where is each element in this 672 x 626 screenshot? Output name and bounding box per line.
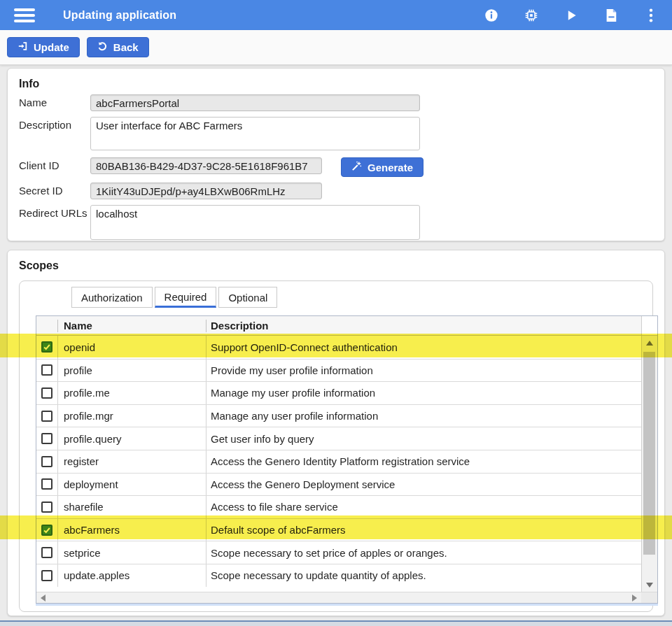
scope-row[interactable]: sharefile Access to file share service <box>36 495 641 518</box>
scope-name-cell: deployment <box>64 478 118 490</box>
scope-checkbox[interactable] <box>41 478 52 490</box>
table-header: Name Description <box>36 316 657 336</box>
scope-row[interactable]: update.apples Scope necessary to update … <box>36 564 641 587</box>
scope-row[interactable]: setprice Scope necessary to set price of… <box>36 541 641 564</box>
scope-row[interactable]: register Access the Genero Identity Plat… <box>36 450 641 473</box>
generate-button[interactable]: Generate <box>341 157 424 177</box>
scope-row[interactable]: openid Support OpenID-Connect authentica… <box>36 336 641 359</box>
horizontal-scrollbar[interactable] <box>36 592 641 603</box>
scroll-right-button[interactable] <box>632 595 637 602</box>
scope-name-cell: profile.me <box>64 387 110 399</box>
redirect-urls-label: Redirect URLs <box>19 205 90 219</box>
column-header-name: Name <box>57 320 206 332</box>
scope-name-cell: update.apples <box>64 569 130 581</box>
scope-name-cell: setprice <box>64 547 101 559</box>
secret-id-field <box>90 183 322 199</box>
scope-name-cell: sharefile <box>64 501 104 513</box>
scope-desc-cell: Manage my user profile information <box>211 387 375 399</box>
scroll-left-button[interactable] <box>41 595 46 602</box>
info-icon[interactable] <box>483 7 500 24</box>
scope-name-cell: abcFarmers <box>64 524 120 536</box>
scroll-down-button[interactable] <box>642 578 657 592</box>
scope-desc-cell: Default scope of abcFarmers <box>211 524 346 536</box>
action-toolbar: Update Back <box>0 30 672 65</box>
scope-desc-cell: Scope necessary to set price of apples o… <box>211 547 447 559</box>
scope-desc-cell: Access the Genero Identity Platform regi… <box>211 455 470 467</box>
scopes-panel: Scopes Authorization Required Optional N… <box>7 250 665 616</box>
info-panel: Info Name Description User interface for… <box>7 68 665 241</box>
name-field <box>90 94 420 111</box>
scroll-up-button[interactable] <box>642 336 657 350</box>
back-button-label: Back <box>113 41 139 53</box>
name-label: Name <box>19 94 90 108</box>
scope-desc-cell: Support OpenID-Connect authentication <box>211 341 398 353</box>
scope-row[interactable]: abcFarmers Default scope of abcFarmers <box>36 518 641 541</box>
scope-name-cell: profile <box>64 364 92 376</box>
appbar-actions <box>483 7 659 24</box>
scope-checkbox[interactable] <box>41 364 52 376</box>
scope-name-cell: openid <box>64 341 95 353</box>
scope-name-cell: profile.mgr <box>64 410 113 422</box>
tab-required[interactable]: Required <box>155 287 217 308</box>
scope-desc-cell: Manage any user profile information <box>211 410 378 422</box>
sign-in-icon <box>18 41 28 53</box>
scope-desc-cell: Access to file share service <box>211 501 338 513</box>
scrollbar-corner <box>641 592 657 603</box>
redirect-urls-field[interactable]: localhost <box>90 205 420 240</box>
scope-desc-cell: Get user info by query <box>211 433 314 445</box>
chip-icon[interactable] <box>523 7 540 24</box>
scopes-heading: Scopes <box>19 259 653 272</box>
app-bar: Updating application <box>0 0 672 30</box>
tab-optional[interactable]: Optional <box>218 287 277 308</box>
vertical-scroll-thumb[interactable] <box>643 352 655 555</box>
kebab-menu-icon[interactable] <box>643 7 659 24</box>
scopes-table: Name Description openid Support OpenID-C… <box>36 315 658 604</box>
description-label: Description <box>19 117 90 131</box>
run-icon[interactable] <box>563 7 580 24</box>
info-heading: Info <box>19 77 653 90</box>
magic-wand-icon <box>351 161 362 173</box>
scope-checkbox[interactable] <box>41 501 52 513</box>
document-icon[interactable] <box>603 7 620 24</box>
scope-checkbox[interactable] <box>41 525 52 536</box>
scope-row[interactable]: deployment Access the Genero Deployment … <box>36 473 641 496</box>
scope-desc-cell: Provide my user profile information <box>211 364 373 376</box>
scope-row[interactable]: profile.query Get user info by query <box>36 427 641 450</box>
scope-row[interactable]: profile.mgr Manage any user profile info… <box>36 404 641 427</box>
hamburger-menu-icon[interactable] <box>14 8 35 22</box>
table-body: openid Support OpenID-Connect authentica… <box>36 336 641 587</box>
secret-id-label: Secret ID <box>19 183 90 197</box>
generate-button-label: Generate <box>368 162 413 173</box>
scope-checkbox[interactable] <box>41 341 52 353</box>
scopes-box: Authorization Required Optional Name Des… <box>19 280 653 612</box>
main-content: Info Name Description User interface for… <box>0 65 672 616</box>
client-id-label: Client ID <box>19 157 90 171</box>
page-title: Updating application <box>63 9 176 22</box>
back-button[interactable]: Back <box>87 37 149 57</box>
client-id-field <box>90 157 322 174</box>
scope-row[interactable]: profile Provide my user profile informat… <box>36 359 641 382</box>
tab-authorization[interactable]: Authorization <box>71 287 153 308</box>
scopes-tabs: Authorization Required Optional <box>71 287 645 308</box>
undo-icon <box>97 41 108 54</box>
scope-desc-cell: Access the Genero Deployment service <box>211 478 395 490</box>
update-button[interactable]: Update <box>7 37 80 57</box>
scope-desc-cell: Scope necessary to update quantity of ap… <box>211 569 426 581</box>
vertical-scrollbar[interactable] <box>641 336 657 592</box>
scope-name-cell: profile.query <box>64 433 122 445</box>
scope-checkbox[interactable] <box>41 547 52 558</box>
update-button-label: Update <box>34 41 69 53</box>
scope-checkbox[interactable] <box>41 387 52 399</box>
description-field[interactable]: User interface for ABC Farmers <box>90 117 420 150</box>
column-header-description: Description <box>206 320 641 332</box>
scope-checkbox[interactable] <box>41 456 52 467</box>
scope-checkbox[interactable] <box>41 570 52 581</box>
scope-name-cell: register <box>64 455 99 467</box>
scope-row[interactable]: profile.me Manage my user profile inform… <box>36 381 641 404</box>
scope-checkbox[interactable] <box>41 411 52 422</box>
scope-checkbox[interactable] <box>41 433 52 444</box>
footer-strip <box>0 620 672 626</box>
